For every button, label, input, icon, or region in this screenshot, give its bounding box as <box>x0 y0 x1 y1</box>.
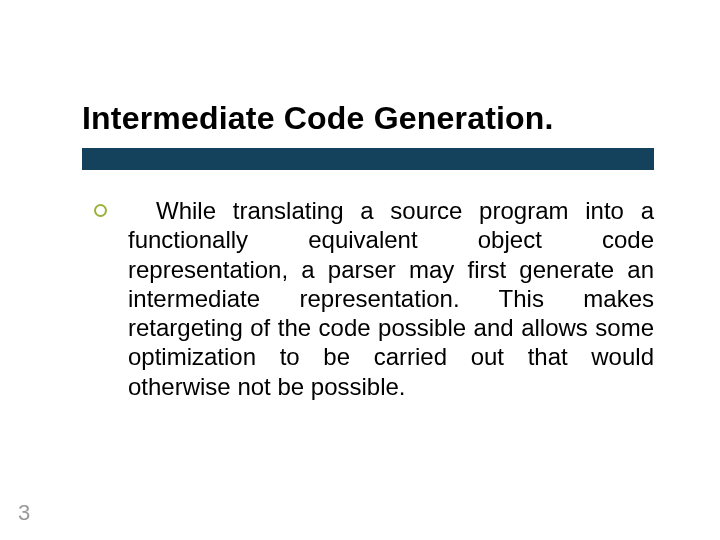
title-underline-bar <box>82 148 654 170</box>
slide-title: Intermediate Code Generation. <box>82 100 554 137</box>
page-number: 3 <box>18 500 30 526</box>
bullet-icon <box>94 204 107 217</box>
body-text: While translating a source program into … <box>128 196 654 401</box>
body-text-container: While translating a source program into … <box>128 196 654 401</box>
slide: Intermediate Code Generation. While tran… <box>0 0 720 540</box>
